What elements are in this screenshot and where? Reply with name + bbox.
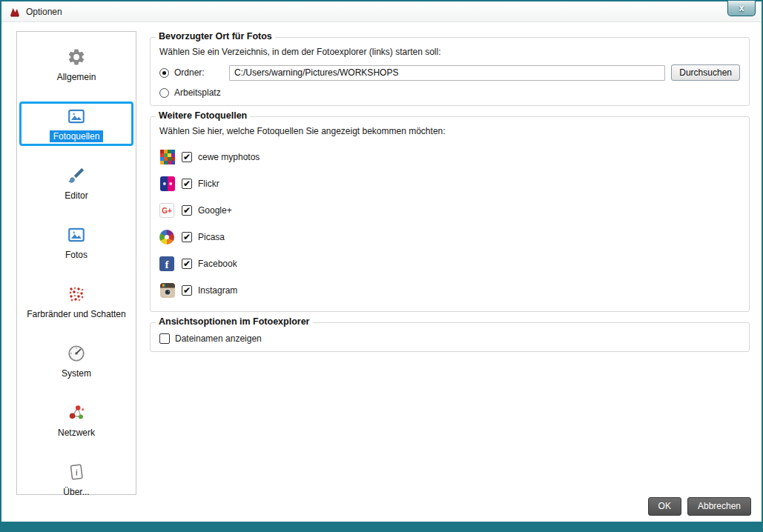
facebook-icon: f	[159, 256, 174, 271]
sidebar-item-label: Allgemein	[53, 71, 100, 83]
group-title: Ansichtsoptionen im Fotoexplorer	[156, 316, 313, 327]
cewe-myphotos-icon	[159, 150, 175, 165]
sidebar-item-label: Über...	[59, 486, 93, 495]
filenames-row: Dateinamen anzeigen	[159, 333, 740, 344]
sidebar-item-fotoquellen[interactable]: Fotoquellen	[19, 102, 133, 146]
browse-button[interactable]: Durchsuchen	[671, 64, 740, 81]
close-button[interactable]: x	[727, 1, 756, 16]
folder-radio-label: Ordner:	[174, 67, 229, 78]
gear-icon	[66, 47, 87, 67]
photo-source-row-googleplus: G+ Google+	[159, 197, 740, 224]
sidebar-item-system[interactable]: System	[19, 339, 133, 383]
show-filenames-label: Dateinamen anzeigen	[175, 333, 262, 344]
photo-source-row-picasa: Picasa	[159, 224, 740, 250]
photo-source-label: Google+	[198, 205, 232, 216]
photo-source-row-facebook: f Facebook	[159, 250, 740, 277]
dialog-footer: OK Abbrechen	[1, 495, 762, 522]
group-description: Wählen Sie ein Verzeichnis, in dem der F…	[159, 47, 740, 57]
folder-radio[interactable]	[159, 68, 169, 78]
app-icon	[9, 6, 21, 18]
sidebar-item-label: Fotos	[62, 249, 91, 261]
sidebar-item-netzwerk[interactable]: Netzwerk	[19, 398, 133, 442]
show-filenames-checkbox[interactable]	[159, 333, 170, 344]
brush-icon	[66, 165, 87, 186]
sidebar-item-fotos[interactable]: Fotos	[19, 220, 133, 265]
facebook-checkbox[interactable]	[182, 259, 192, 269]
cancel-button[interactable]: Abbrechen	[687, 497, 751, 516]
flickr-icon	[159, 176, 175, 192]
gauge-icon	[66, 343, 87, 364]
bottom-accent-bar	[1, 522, 762, 531]
sidebar-item-label: Farbränder und Schatten	[23, 308, 129, 320]
group-title: Weitere Fotoquellen	[156, 110, 250, 121]
sidebar-item-label: Netzwerk	[54, 427, 99, 439]
photo-source-row-instagram: Instagram	[159, 277, 740, 304]
photo-icon	[66, 225, 87, 245]
group-view-options: Ansichtsoptionen im Fotoexplorer Dateina…	[150, 322, 750, 352]
group-title: Bevorzugter Ort für Fotos	[156, 31, 275, 41]
group-photo-sources: Weitere Fotoquellen Wählen Sie hier, wel…	[150, 116, 750, 312]
window-title: Optionen	[26, 7, 62, 17]
picasa-checkbox[interactable]	[182, 232, 192, 242]
photo-source-label: Facebook	[198, 259, 237, 269]
photo-source-row-cewe: cewe myphotos	[159, 144, 740, 170]
google-plus-icon: G+	[159, 203, 174, 218]
main-content: Bevorzugter Ort für Fotos Wählen Sie ein…	[150, 31, 750, 495]
photo-source-label: cewe myphotos	[198, 152, 260, 162]
sidebar-item-editor[interactable]: Editor	[19, 161, 133, 205]
workspace-row: Arbeitsplatz	[159, 87, 740, 98]
photo-sources-icon	[66, 106, 87, 127]
photo-source-label: Picasa	[198, 232, 225, 242]
sidebar-item-label: Fotoquellen	[50, 130, 104, 142]
sidebar-item-label: System	[58, 368, 95, 379]
picasa-icon	[159, 230, 174, 245]
sidebar-item-label: Editor	[61, 190, 91, 202]
network-icon	[66, 402, 87, 423]
group-preferred-location: Bevorzugter Ort für Fotos Wählen Sie ein…	[150, 37, 750, 106]
photo-source-row-flickr: Flickr	[159, 170, 740, 197]
ok-button[interactable]: OK	[648, 497, 681, 516]
google-plus-checkbox[interactable]	[182, 205, 192, 216]
titlebar[interactable]: Optionen x	[1, 1, 762, 22]
folder-row: Ordner: Durchsuchen	[159, 64, 740, 81]
photo-source-label: Flickr	[198, 179, 219, 189]
options-dialog: Optionen x Allgemein Fotoquellen	[0, 0, 763, 532]
cewe-myphotos-checkbox[interactable]	[182, 152, 192, 162]
instagram-icon	[159, 283, 175, 299]
workspace-radio-label: Arbeitsplatz	[174, 87, 221, 98]
sidebar-item-allgemein[interactable]: Allgemein	[19, 42, 133, 87]
folder-path-input[interactable]	[229, 65, 665, 81]
flickr-checkbox[interactable]	[182, 179, 192, 189]
workspace-radio[interactable]	[159, 88, 169, 98]
settings-sidebar: Allgemein Fotoquellen Editor Fotos	[16, 31, 136, 495]
sidebar-item-ueber[interactable]: i Über...	[19, 457, 133, 495]
sidebar-item-farbraender[interactable]: Farbränder und Schatten	[19, 279, 133, 324]
instagram-checkbox[interactable]	[182, 285, 192, 296]
photo-source-label: Instagram	[198, 285, 237, 296]
group-description: Wählen Sie hier, welche Fotoquellen Sie …	[159, 126, 740, 136]
info-page-icon: i	[66, 462, 87, 482]
color-dots-icon	[66, 284, 87, 305]
